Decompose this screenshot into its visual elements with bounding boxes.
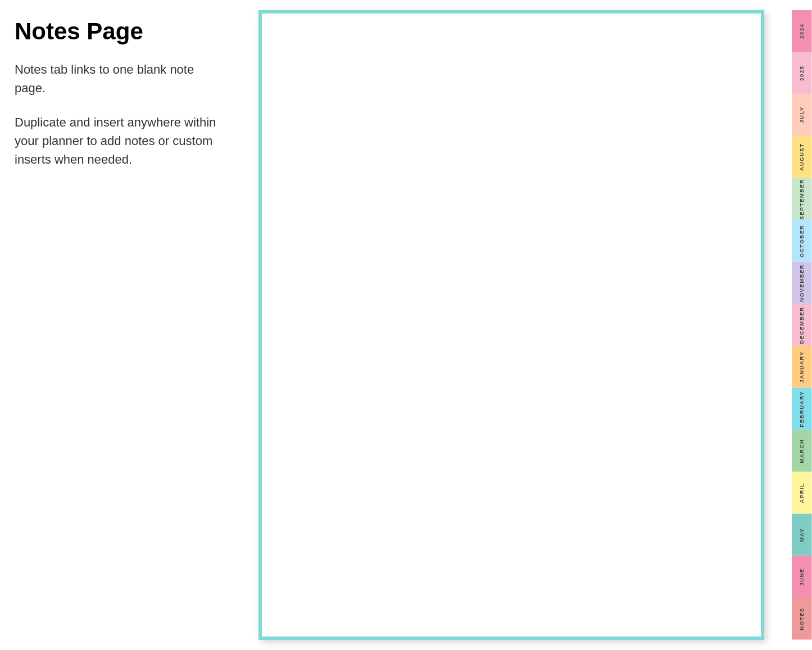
tab-february[interactable]: FEBRUARY	[792, 388, 812, 430]
note-page	[258, 10, 764, 640]
tab-june[interactable]: JUNE	[792, 556, 812, 598]
tabs-container: 20242025JULYAUGUSTSEPTEMBEROCTOBERNOVEMB…	[792, 10, 812, 640]
tab-march[interactable]: MARCH	[792, 430, 812, 472]
tab-april[interactable]: APRIL	[792, 472, 812, 514]
tab-may[interactable]: MAY	[792, 514, 812, 556]
tab-august[interactable]: AUGUST	[792, 136, 812, 178]
tab-july[interactable]: JULY	[792, 94, 812, 136]
description-2: Duplicate and insert anywhere within you…	[15, 113, 228, 169]
tab-december[interactable]: DECEMBER	[792, 304, 812, 346]
tab-notes[interactable]: NOTES	[792, 598, 812, 640]
tab-2024[interactable]: 2024	[792, 10, 812, 52]
page-title: Notes Page	[15, 19, 228, 44]
tab-september[interactable]: SEPTEMBER	[792, 178, 812, 220]
description-1: Notes tab links to one blank note page.	[15, 60, 228, 97]
tab-2025[interactable]: 2025	[792, 52, 812, 94]
tab-january[interactable]: JANUARY	[792, 346, 812, 388]
tab-november[interactable]: NOVEMBER	[792, 262, 812, 304]
left-panel: Notes Page Notes tab links to one blank …	[15, 19, 228, 169]
tab-october[interactable]: OCTOBER	[792, 220, 812, 262]
